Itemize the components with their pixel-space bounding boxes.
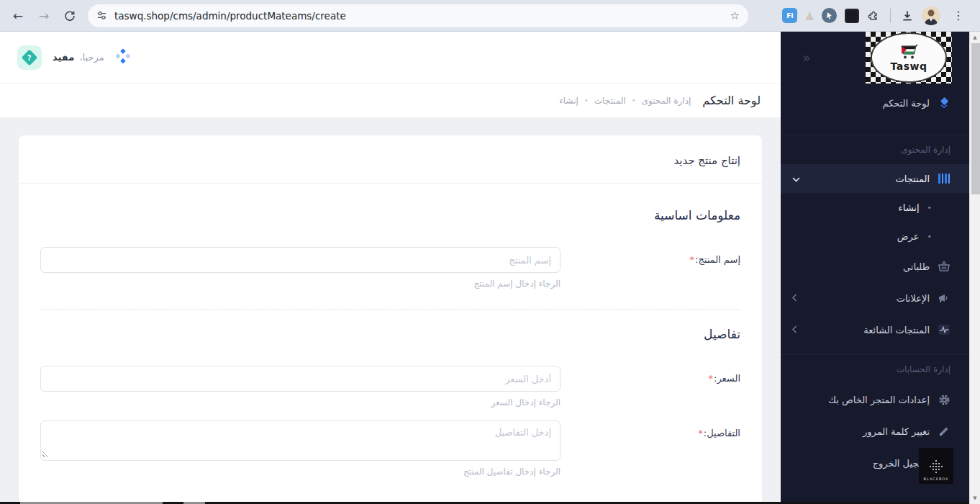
help-button[interactable]: ? bbox=[17, 45, 42, 70]
address-bar[interactable]: taswq.shop/cms/admin/productMateams/crea… bbox=[88, 4, 748, 27]
sidebar-item-view[interactable]: • عرض bbox=[781, 222, 969, 251]
section-heading-basic-info: معلومات اساسية bbox=[40, 208, 740, 222]
breadcrumb: إدارة المحتوى • المنتجات • إنشاء bbox=[559, 96, 691, 106]
browser-toolbar: ← → taswq.shop/cms/admin/productMateams/… bbox=[0, 0, 980, 32]
product-name-input[interactable] bbox=[40, 247, 561, 273]
blackbox-watermark[interactable]: BLACKBOX bbox=[919, 448, 953, 484]
products-bars-icon bbox=[938, 173, 950, 184]
pencil-icon bbox=[938, 426, 950, 437]
browser-menu-icon[interactable]: ⋮ bbox=[948, 9, 968, 22]
sidebar-item-label: إعدادات المتجر الخاص بك bbox=[828, 395, 930, 405]
chevron-left-icon bbox=[792, 293, 797, 304]
sidebar-item-label: إنشاء bbox=[899, 202, 920, 213]
page-title: لوحة التحكم bbox=[702, 94, 761, 107]
bullet-icon: • bbox=[927, 232, 933, 241]
cart-flag-icon bbox=[898, 44, 920, 60]
bullet-icon: • bbox=[927, 203, 933, 212]
logo-text: Taswq bbox=[891, 60, 927, 72]
breadcrumb-bar: لوحة التحكم إدارة المحتوى • المنتجات • إ… bbox=[0, 84, 781, 117]
extensions-area: FI ▲ ⋮ bbox=[776, 6, 974, 25]
required-asterisk: * bbox=[698, 428, 703, 438]
reload-button[interactable] bbox=[58, 4, 82, 28]
details-helper: الرجاء إدخال تفاصيل المنتج bbox=[40, 467, 561, 477]
content-area: إنتاج منتج جديد معلومات اساسية إسم المنت… bbox=[0, 117, 781, 504]
sidebar-item-label: طلباتي bbox=[903, 261, 930, 272]
toolbar-divider bbox=[890, 9, 891, 23]
details-textarea[interactable] bbox=[40, 420, 561, 461]
back-button[interactable]: ← bbox=[6, 4, 30, 28]
scrollbar-thumb[interactable] bbox=[971, 43, 980, 194]
price-helper: الرجاء إدخال السعر bbox=[40, 397, 561, 408]
vertical-scrollbar[interactable]: ▲ ▼ bbox=[969, 32, 980, 504]
breadcrumb-item-products[interactable]: المنتجات bbox=[594, 96, 626, 106]
cursor-extension-icon[interactable] bbox=[822, 8, 837, 23]
reload-icon bbox=[64, 10, 76, 22]
scroll-down-button[interactable]: ▼ bbox=[970, 492, 980, 504]
card-body: معلومات اساسية إسم المنتج:* الرجاء إدخال… bbox=[19, 184, 762, 498]
sidebar-collapse-icon[interactable]: « bbox=[802, 50, 809, 66]
sidebar-item-change-password[interactable]: تغيير كلمة المرور bbox=[781, 415, 969, 447]
breadcrumb-item-create[interactable]: إنشاء bbox=[559, 96, 579, 106]
greeting-prefix: مرحبا، bbox=[79, 52, 104, 63]
breadcrumb-separator: • bbox=[632, 96, 636, 104]
triangle-extension-icon[interactable]: ▲ bbox=[805, 10, 814, 21]
sidebar-item-orders[interactable]: طلباتي bbox=[781, 251, 969, 282]
sidebar-item-dashboard[interactable]: لوحة التحكم bbox=[781, 90, 969, 116]
site-settings-icon[interactable] bbox=[96, 10, 107, 21]
sidebar-item-store-settings[interactable]: إعدادات المتجر الخاص بك bbox=[781, 384, 969, 415]
price-label: السعر:* bbox=[561, 366, 740, 384]
profile-avatar[interactable] bbox=[922, 6, 940, 25]
sidebar: « Taswq bbox=[781, 32, 969, 504]
create-product-card: إنتاج منتج جديد معلومات اساسية إسم المنت… bbox=[19, 135, 762, 504]
blackbox-label: BLACKBOX bbox=[924, 477, 949, 481]
sidebar-item-label: عرض bbox=[897, 231, 920, 242]
required-asterisk: * bbox=[709, 373, 714, 384]
page-viewport: « Taswq bbox=[0, 32, 980, 504]
sidebar-item-label: المنتجات الشائعة bbox=[863, 325, 930, 336]
logo-oval: Taswq bbox=[871, 32, 947, 83]
blackbox-dots-icon bbox=[927, 458, 945, 477]
megaphone-icon bbox=[938, 292, 950, 304]
required-asterisk: * bbox=[690, 254, 695, 265]
sidebar-item-ads[interactable]: الإعلانات bbox=[781, 282, 969, 314]
dashed-divider bbox=[40, 309, 740, 310]
section-heading-details: تفاصيل bbox=[40, 327, 740, 341]
sidebar-item-popular-products[interactable]: المنتجات الشائعة bbox=[781, 314, 969, 346]
sidebar-header: « Taswq bbox=[781, 32, 969, 84]
fi-extension-icon[interactable]: FI bbox=[782, 8, 797, 23]
price-input[interactable] bbox=[40, 366, 561, 392]
sidebar-section-content: إدارة المحتوى bbox=[781, 135, 969, 164]
help-diamond-icon: ? bbox=[22, 49, 38, 66]
gear-icon bbox=[938, 394, 950, 406]
cursor-arrow-icon bbox=[826, 12, 833, 19]
greeting-username: مفيد bbox=[53, 52, 74, 63]
card-title: إنتاج منتج جديد bbox=[19, 135, 762, 184]
sidebar-item-products[interactable]: المنتجات bbox=[781, 164, 969, 193]
dashboard-diamond-icon bbox=[938, 97, 950, 109]
apps-diamonds-icon[interactable] bbox=[115, 48, 131, 67]
forward-button[interactable]: → bbox=[32, 4, 56, 28]
blackbox-extension-icon[interactable] bbox=[845, 9, 859, 23]
breadcrumb-item-content-management[interactable]: إدارة المحتوى bbox=[642, 96, 691, 106]
top-header: مرحبا، مفيد ? bbox=[0, 32, 781, 84]
question-mark: ? bbox=[27, 53, 32, 61]
downloads-icon[interactable] bbox=[901, 9, 914, 22]
avatar-person-icon bbox=[922, 6, 940, 25]
sidebar-item-label: المنتجات bbox=[895, 174, 930, 184]
details-label: التفاصيل:* bbox=[561, 420, 740, 438]
basket-icon bbox=[938, 261, 950, 272]
main-area: مرحبا، مفيد ? لوحة التحكم إدارة المحتوى … bbox=[0, 32, 781, 504]
extensions-puzzle-icon[interactable] bbox=[867, 9, 880, 22]
pulse-icon bbox=[938, 324, 950, 336]
sidebar-item-label: لوحة التحكم bbox=[882, 98, 930, 109]
sidebar-item-label: تغيير كلمة المرور bbox=[863, 426, 930, 437]
product-name-label: إسم المنتج:* bbox=[561, 247, 740, 265]
url-text[interactable]: taswq.shop/cms/admin/productMateams/crea… bbox=[114, 10, 723, 22]
breadcrumb-separator: • bbox=[584, 96, 589, 104]
bookmark-star-icon[interactable]: ☆ bbox=[730, 9, 740, 22]
chevron-down-icon bbox=[792, 174, 800, 184]
sidebar-item-create[interactable]: • إنشاء bbox=[781, 193, 969, 222]
store-logo[interactable]: Taswq bbox=[866, 32, 952, 84]
scroll-up-button[interactable]: ▲ bbox=[970, 32, 980, 43]
sidebar-section-accounts: إدارة الحسابات bbox=[781, 355, 969, 384]
